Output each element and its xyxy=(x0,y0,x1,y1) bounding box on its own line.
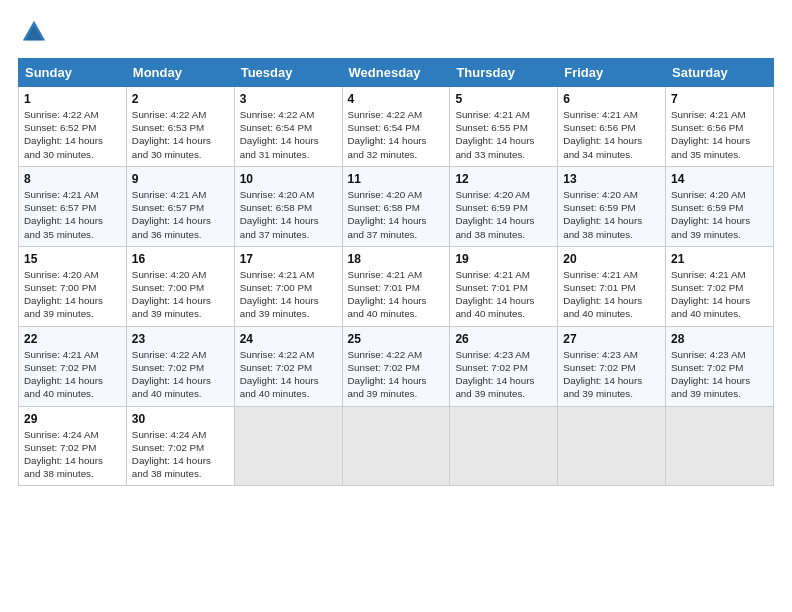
day-detail: Sunrise: 4:22 AMSunset: 7:02 PMDaylight:… xyxy=(132,349,211,400)
calendar-cell: 5 Sunrise: 4:21 AMSunset: 6:55 PMDayligh… xyxy=(450,87,558,167)
day-detail: Sunrise: 4:20 AMSunset: 7:00 PMDaylight:… xyxy=(132,269,211,320)
day-number: 19 xyxy=(455,252,552,266)
day-detail: Sunrise: 4:20 AMSunset: 6:58 PMDaylight:… xyxy=(348,189,427,240)
day-number: 20 xyxy=(563,252,660,266)
day-detail: Sunrise: 4:21 AMSunset: 6:57 PMDaylight:… xyxy=(132,189,211,240)
day-number: 1 xyxy=(24,92,121,106)
day-number: 26 xyxy=(455,332,552,346)
calendar-cell xyxy=(234,406,342,486)
day-detail: Sunrise: 4:22 AMSunset: 6:54 PMDaylight:… xyxy=(240,109,319,160)
day-number: 15 xyxy=(24,252,121,266)
day-detail: Sunrise: 4:23 AMSunset: 7:02 PMDaylight:… xyxy=(671,349,750,400)
calendar-week-5: 29 Sunrise: 4:24 AMSunset: 7:02 PMDaylig… xyxy=(19,406,774,486)
calendar-cell xyxy=(558,406,666,486)
day-number: 23 xyxy=(132,332,229,346)
day-detail: Sunrise: 4:23 AMSunset: 7:02 PMDaylight:… xyxy=(563,349,642,400)
day-number: 24 xyxy=(240,332,337,346)
day-number: 7 xyxy=(671,92,768,106)
calendar-cell: 30 Sunrise: 4:24 AMSunset: 7:02 PMDaylig… xyxy=(126,406,234,486)
calendar-cell: 28 Sunrise: 4:23 AMSunset: 7:02 PMDaylig… xyxy=(666,326,774,406)
day-number: 3 xyxy=(240,92,337,106)
day-detail: Sunrise: 4:22 AMSunset: 7:02 PMDaylight:… xyxy=(348,349,427,400)
day-detail: Sunrise: 4:21 AMSunset: 6:56 PMDaylight:… xyxy=(563,109,642,160)
calendar-cell: 7 Sunrise: 4:21 AMSunset: 6:56 PMDayligh… xyxy=(666,87,774,167)
day-number: 28 xyxy=(671,332,768,346)
day-number: 17 xyxy=(240,252,337,266)
day-number: 30 xyxy=(132,412,229,426)
calendar-cell: 3 Sunrise: 4:22 AMSunset: 6:54 PMDayligh… xyxy=(234,87,342,167)
day-detail: Sunrise: 4:20 AMSunset: 7:00 PMDaylight:… xyxy=(24,269,103,320)
calendar-cell: 10 Sunrise: 4:20 AMSunset: 6:58 PMDaylig… xyxy=(234,166,342,246)
logo-icon xyxy=(20,18,48,46)
day-number: 10 xyxy=(240,172,337,186)
day-number: 12 xyxy=(455,172,552,186)
day-detail: Sunrise: 4:22 AMSunset: 6:54 PMDaylight:… xyxy=(348,109,427,160)
day-number: 21 xyxy=(671,252,768,266)
day-detail: Sunrise: 4:21 AMSunset: 7:00 PMDaylight:… xyxy=(240,269,319,320)
calendar-cell: 19 Sunrise: 4:21 AMSunset: 7:01 PMDaylig… xyxy=(450,246,558,326)
calendar-cell: 16 Sunrise: 4:20 AMSunset: 7:00 PMDaylig… xyxy=(126,246,234,326)
calendar-cell: 18 Sunrise: 4:21 AMSunset: 7:01 PMDaylig… xyxy=(342,246,450,326)
calendar-cell xyxy=(450,406,558,486)
calendar-cell: 22 Sunrise: 4:21 AMSunset: 7:02 PMDaylig… xyxy=(19,326,127,406)
day-detail: Sunrise: 4:21 AMSunset: 6:55 PMDaylight:… xyxy=(455,109,534,160)
day-number: 14 xyxy=(671,172,768,186)
day-number: 22 xyxy=(24,332,121,346)
col-header-tuesday: Tuesday xyxy=(234,59,342,87)
day-detail: Sunrise: 4:21 AMSunset: 7:01 PMDaylight:… xyxy=(455,269,534,320)
day-detail: Sunrise: 4:21 AMSunset: 7:02 PMDaylight:… xyxy=(24,349,103,400)
calendar-cell xyxy=(666,406,774,486)
day-detail: Sunrise: 4:20 AMSunset: 6:59 PMDaylight:… xyxy=(563,189,642,240)
day-number: 27 xyxy=(563,332,660,346)
calendar-cell: 26 Sunrise: 4:23 AMSunset: 7:02 PMDaylig… xyxy=(450,326,558,406)
calendar-cell: 17 Sunrise: 4:21 AMSunset: 7:00 PMDaylig… xyxy=(234,246,342,326)
calendar-header-row: SundayMondayTuesdayWednesdayThursdayFrid… xyxy=(19,59,774,87)
day-number: 13 xyxy=(563,172,660,186)
calendar-week-4: 22 Sunrise: 4:21 AMSunset: 7:02 PMDaylig… xyxy=(19,326,774,406)
calendar-cell: 20 Sunrise: 4:21 AMSunset: 7:01 PMDaylig… xyxy=(558,246,666,326)
calendar-cell: 2 Sunrise: 4:22 AMSunset: 6:53 PMDayligh… xyxy=(126,87,234,167)
calendar-cell: 4 Sunrise: 4:22 AMSunset: 6:54 PMDayligh… xyxy=(342,87,450,167)
calendar-cell: 21 Sunrise: 4:21 AMSunset: 7:02 PMDaylig… xyxy=(666,246,774,326)
calendar-cell: 23 Sunrise: 4:22 AMSunset: 7:02 PMDaylig… xyxy=(126,326,234,406)
calendar-cell: 9 Sunrise: 4:21 AMSunset: 6:57 PMDayligh… xyxy=(126,166,234,246)
day-number: 16 xyxy=(132,252,229,266)
day-number: 4 xyxy=(348,92,445,106)
calendar-cell: 24 Sunrise: 4:22 AMSunset: 7:02 PMDaylig… xyxy=(234,326,342,406)
day-detail: Sunrise: 4:20 AMSunset: 6:59 PMDaylight:… xyxy=(455,189,534,240)
day-detail: Sunrise: 4:20 AMSunset: 6:59 PMDaylight:… xyxy=(671,189,750,240)
day-number: 11 xyxy=(348,172,445,186)
day-number: 9 xyxy=(132,172,229,186)
col-header-monday: Monday xyxy=(126,59,234,87)
day-number: 18 xyxy=(348,252,445,266)
calendar-cell: 11 Sunrise: 4:20 AMSunset: 6:58 PMDaylig… xyxy=(342,166,450,246)
calendar-cell: 27 Sunrise: 4:23 AMSunset: 7:02 PMDaylig… xyxy=(558,326,666,406)
logo xyxy=(18,18,48,46)
day-detail: Sunrise: 4:24 AMSunset: 7:02 PMDaylight:… xyxy=(132,429,211,480)
main-container: SundayMondayTuesdayWednesdayThursdayFrid… xyxy=(0,0,792,496)
day-detail: Sunrise: 4:24 AMSunset: 7:02 PMDaylight:… xyxy=(24,429,103,480)
day-detail: Sunrise: 4:22 AMSunset: 6:53 PMDaylight:… xyxy=(132,109,211,160)
col-header-wednesday: Wednesday xyxy=(342,59,450,87)
day-number: 6 xyxy=(563,92,660,106)
day-number: 5 xyxy=(455,92,552,106)
day-number: 8 xyxy=(24,172,121,186)
calendar-cell xyxy=(342,406,450,486)
calendar-cell: 8 Sunrise: 4:21 AMSunset: 6:57 PMDayligh… xyxy=(19,166,127,246)
day-detail: Sunrise: 4:22 AMSunset: 7:02 PMDaylight:… xyxy=(240,349,319,400)
day-detail: Sunrise: 4:21 AMSunset: 6:57 PMDaylight:… xyxy=(24,189,103,240)
calendar-cell: 12 Sunrise: 4:20 AMSunset: 6:59 PMDaylig… xyxy=(450,166,558,246)
day-detail: Sunrise: 4:21 AMSunset: 7:01 PMDaylight:… xyxy=(563,269,642,320)
col-header-sunday: Sunday xyxy=(19,59,127,87)
day-detail: Sunrise: 4:21 AMSunset: 7:01 PMDaylight:… xyxy=(348,269,427,320)
col-header-friday: Friday xyxy=(558,59,666,87)
day-detail: Sunrise: 4:22 AMSunset: 6:52 PMDaylight:… xyxy=(24,109,103,160)
calendar-cell: 29 Sunrise: 4:24 AMSunset: 7:02 PMDaylig… xyxy=(19,406,127,486)
day-number: 25 xyxy=(348,332,445,346)
calendar-cell: 15 Sunrise: 4:20 AMSunset: 7:00 PMDaylig… xyxy=(19,246,127,326)
calendar-cell: 13 Sunrise: 4:20 AMSunset: 6:59 PMDaylig… xyxy=(558,166,666,246)
day-detail: Sunrise: 4:20 AMSunset: 6:58 PMDaylight:… xyxy=(240,189,319,240)
day-number: 29 xyxy=(24,412,121,426)
calendar-table: SundayMondayTuesdayWednesdayThursdayFrid… xyxy=(18,58,774,486)
col-header-thursday: Thursday xyxy=(450,59,558,87)
